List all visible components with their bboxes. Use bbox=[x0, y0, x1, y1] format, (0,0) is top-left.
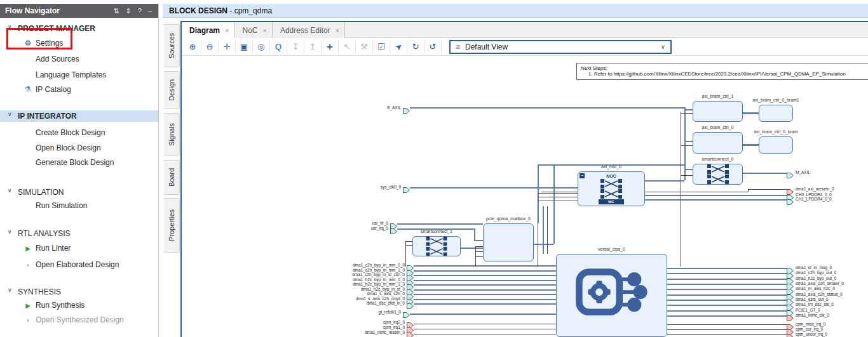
tab-address-editor[interactable]: Address Editor× bbox=[273, 22, 345, 38]
port-label-dma1-tm-dsc-sts-0: dma1_tm_dsc_sts_0 bbox=[796, 302, 834, 307]
flow-nav-item-generate-block-design[interactable]: Generate Block Design bbox=[0, 157, 158, 168]
block-label-smartconnect_1: smartconnect_1 bbox=[393, 229, 480, 234]
tab-noc[interactable]: NoC× bbox=[234, 22, 272, 38]
search-icon[interactable]: Q bbox=[270, 40, 287, 54]
wire bbox=[414, 294, 556, 295]
port-label-dma1-dsc-crdt-in-0: dma1_dsc_crdt_in_0 bbox=[367, 301, 405, 306]
port-label-cpm-irq1-0: cpm_irq1_0 bbox=[383, 325, 405, 330]
wire bbox=[645, 199, 787, 201]
crossbar-icon bbox=[413, 237, 460, 256]
side-tab-strip: SourcesDesignSignalsBoardProperties bbox=[163, 21, 180, 337]
tab-close-icon[interactable]: × bbox=[336, 27, 339, 34]
validate-design-icon[interactable]: ☑ bbox=[373, 40, 390, 54]
port-label-dma1-intrfc-resetn-0: dma1_intrfc_resetn_0 bbox=[365, 330, 405, 335]
flow-nav-section-project-manager[interactable]: ∨PROJECT MANAGER bbox=[0, 23, 158, 34]
pin-icon[interactable]: ➤ bbox=[390, 40, 407, 54]
block-pcie_qdma_mailbox_0[interactable] bbox=[483, 223, 534, 261]
flow-nav-section-synthesis[interactable]: ∨SYNTHESIS bbox=[0, 286, 158, 298]
flow-nav-item-ip-catalog[interactable]: ⚗IP Catalog bbox=[0, 84, 158, 95]
side-tab-board[interactable]: Board bbox=[164, 160, 180, 195]
flow-nav-section-rtl-analysis[interactable]: ∨RTL ANALYSIS bbox=[0, 228, 158, 239]
autofit-selection-icon[interactable]: ◎ bbox=[253, 40, 270, 54]
diagram-canvas[interactable]: Next Steps: 1. Refer to https://github.c… bbox=[182, 56, 868, 337]
flow-nav-item-create-block-design[interactable]: Create Block Design bbox=[0, 127, 158, 138]
flow-nav-item-add-sources[interactable]: Add Sources bbox=[0, 53, 158, 65]
block-label-axi_bram_ctrl_0: axi_bram_ctrl_0 bbox=[674, 125, 762, 129]
port-dma1-intrfc-resetn-0[interactable] bbox=[407, 329, 414, 337]
block-axi_bram_ctrl_0_bram1[interactable] bbox=[759, 105, 793, 122]
wire bbox=[667, 310, 787, 312]
minimize-icon[interactable]: – bbox=[148, 7, 152, 15]
zoom-in-icon[interactable]: ⊕ bbox=[184, 40, 201, 54]
wire bbox=[681, 175, 693, 176]
block-axi_bram_ctrl_0_bram[interactable] bbox=[759, 136, 793, 154]
wire bbox=[681, 113, 693, 114]
block-label-axi_bram_ctrl_0_bram: axi_bram_ctrl_0_bram bbox=[740, 129, 812, 134]
zoom-fit-icon[interactable]: ✛ bbox=[219, 40, 236, 54]
chevron-down-icon: ∨ bbox=[661, 43, 665, 50]
view-selector-dropdown[interactable]: ≡ Default View ∨ bbox=[449, 40, 672, 54]
cips-chip-icon bbox=[557, 254, 667, 336]
tab-close-icon[interactable]: × bbox=[225, 27, 229, 34]
chevron-down-icon: ∨ bbox=[8, 111, 12, 117]
expand-hierarchy-icon[interactable]: ↥ bbox=[304, 40, 322, 54]
wire bbox=[538, 197, 578, 197]
flow-nav-item-run-linter[interactable]: ▶Run Linter bbox=[0, 242, 158, 254]
collapse-block-icon[interactable]: − bbox=[580, 173, 585, 178]
add-ip-icon[interactable]: + bbox=[322, 40, 339, 54]
block-axi_bram_ctrl_0[interactable] bbox=[693, 132, 743, 154]
customize-icon[interactable]: ⚒ bbox=[356, 40, 373, 54]
block-smartconnect_1[interactable] bbox=[412, 236, 461, 256]
port-sys-clk0-0[interactable] bbox=[403, 184, 410, 195]
tab-diagram[interactable]: Diagram× bbox=[182, 22, 234, 38]
flow-nav-item-language-templates[interactable]: Language Templates bbox=[0, 69, 158, 81]
port-label-cpm-misc-irq-0: cpm_misc_irq_0 bbox=[796, 322, 825, 327]
collapse-hierarchy-icon[interactable]: ↧ bbox=[287, 40, 304, 54]
wire bbox=[684, 141, 693, 142]
block-smartconnect_0[interactable] bbox=[693, 164, 743, 185]
port-label-gt-refclk1-0: gt_refclk1_0 bbox=[379, 310, 401, 315]
wire bbox=[475, 256, 483, 257]
side-tab-properties[interactable]: Properties bbox=[164, 198, 180, 253]
wire bbox=[538, 193, 538, 267]
help-icon[interactable]: ? bbox=[138, 7, 142, 15]
wire bbox=[414, 299, 556, 300]
tab-close-icon[interactable]: × bbox=[262, 27, 266, 34]
dock-panel-icon[interactable]: ⇕ bbox=[126, 7, 132, 15]
block-label-versal_cips_0: versal_cips_0 bbox=[537, 247, 686, 251]
port-ch1-lpddr4-0-0[interactable] bbox=[787, 196, 794, 208]
block-versal_cips_0[interactable] bbox=[556, 254, 667, 337]
noc-icon: NOCMC bbox=[578, 172, 644, 206]
zoom-out-icon[interactable]: ⊖ bbox=[201, 40, 219, 54]
block-axi_noc_0[interactable]: −NOCMC bbox=[578, 171, 645, 206]
run-connection-automation-icon[interactable]: ↖ bbox=[339, 40, 356, 54]
port-label-dma1-h2c-byp-out-0: dma1_h2c_byp_out_0 bbox=[796, 276, 836, 281]
collapse-panel-icon[interactable]: ⇅ bbox=[113, 7, 119, 15]
flow-nav-section-ip-integrator[interactable]: ∨IP INTEGRATOR bbox=[0, 110, 158, 122]
flow-nav-item-open-elaborated-design[interactable]: ›Open Elaborated Design bbox=[0, 259, 158, 270]
port-label-dma1-axis-c2h-status-0: dma1_axis_c2h_status_0 bbox=[796, 292, 843, 297]
flow-navigator-header: Flow Navigator ⇅⇕?– bbox=[0, 4, 158, 18]
flow-nav-item-run-synthesis[interactable]: ▶Run Synthesis bbox=[0, 300, 158, 311]
flow-nav-item-settings[interactable]: ⚙Settings bbox=[0, 37, 158, 49]
port-usr-irq-0[interactable] bbox=[390, 225, 397, 237]
port-m-axil[interactable] bbox=[787, 169, 794, 181]
side-tab-design[interactable]: Design bbox=[164, 71, 180, 109]
flow-nav-section-simulation[interactable]: ∨SIMULATION bbox=[0, 187, 158, 198]
side-tab-sources[interactable]: Sources bbox=[164, 24, 180, 67]
block-axi_bram_ctrl_1[interactable] bbox=[693, 101, 743, 122]
port-label-m-axil: M_AXIL bbox=[796, 170, 810, 175]
chevron-right-icon: › bbox=[23, 261, 33, 268]
port-label-cpm-uncor-irq-0: cpm_uncor_irq_0 bbox=[796, 332, 827, 337]
side-tab-signals[interactable]: Signals bbox=[164, 113, 180, 155]
flow-nav-item-open-synthesized-design[interactable]: ›Open Synthesized Design bbox=[0, 314, 158, 326]
port-cpm-uncor-irq-0[interactable] bbox=[787, 331, 794, 337]
zoom-to-selection-icon[interactable]: ▣ bbox=[236, 40, 253, 54]
flow-nav-item-run-simulation[interactable]: Run Simulation bbox=[0, 200, 158, 211]
wire bbox=[667, 294, 787, 296]
refresh-icon[interactable]: ↻ bbox=[407, 40, 424, 54]
regenerate-layout-icon[interactable]: ↺ bbox=[424, 40, 442, 54]
run-play-icon: ▶ bbox=[23, 302, 33, 309]
flow-nav-item-open-block-design[interactable]: Open Block Design bbox=[0, 142, 158, 154]
port-s-axil[interactable] bbox=[403, 105, 410, 116]
